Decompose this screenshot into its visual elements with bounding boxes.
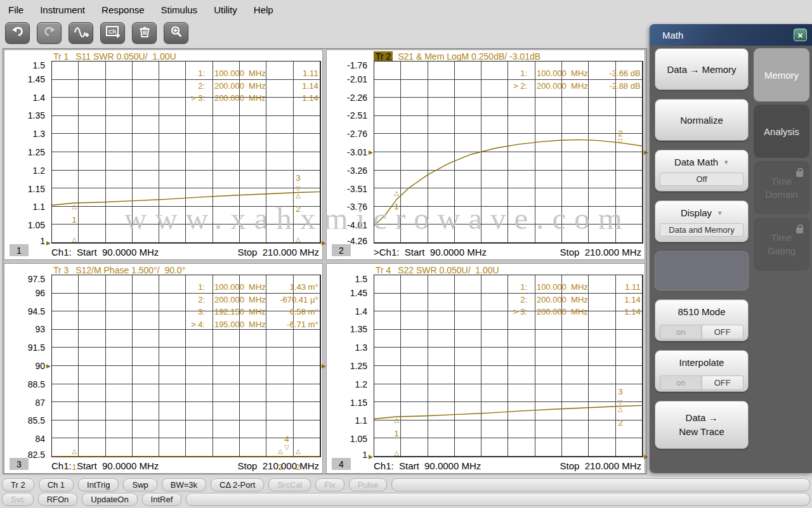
toggle-on-label: on [660, 325, 702, 339]
trace-label[interactable]: Tr 3 [51, 265, 70, 275]
y-axis-tick-label: -2.26 [347, 93, 367, 103]
marker-number-label: 3 [618, 388, 623, 397]
y-axis-labels: -1.76-2.01-2.26-2.51-2.76-3.01-3.26-3.51… [327, 61, 370, 244]
lock-icon [796, 171, 803, 177]
plot-grid[interactable]: 1:100.000 MHz1.112:200.000 MHz1.14> 3:20… [51, 61, 321, 244]
y-axis-tick-label: 1.3 [355, 342, 367, 353]
y-axis-tick-label: 1.2 [355, 379, 367, 389]
mode-8510-toggle[interactable]: on OFF [660, 325, 743, 339]
marker-triangle-icon[interactable]: △ [72, 448, 77, 455]
plot-tr2: Tr 2 S21 & Mem LogM 0.250dB/ -3.01dB-1.7… [326, 49, 645, 260]
y-axis-tick-label: 1.15 [28, 184, 45, 194]
menu-item-help[interactable]: Help [246, 4, 282, 15]
plot-tr4: Tr 4 S22 SWR 0.050U/ 1.00U1.51.451.41.35… [326, 263, 645, 474]
y-axis-tick-label: 91.5 [28, 342, 45, 353]
trace-label[interactable]: Tr 1 [51, 51, 70, 62]
channel-badge[interactable]: 1 [10, 244, 29, 256]
display-value[interactable]: Data and Memory [660, 223, 743, 237]
marker-number-label: 2 [296, 205, 301, 214]
toggle-off-label: OFF [702, 376, 743, 389]
plot-grid[interactable]: 1:100.000 MHz1.112:200.000 MHz1.14> 3:20… [374, 275, 643, 457]
delete-button[interactable] [132, 22, 157, 44]
status-pill-c-2-port[interactable]: CΔ 2-Port [211, 478, 264, 492]
marker-triangle-icon[interactable]: △ [72, 237, 77, 243]
y-axis-labels: 1.51.451.41.351.31.251.21.151.11.051 [327, 275, 370, 457]
y-axis-tick-label: 82.5 [28, 450, 45, 460]
channel-badge[interactable]: 3 [10, 458, 29, 470]
y-axis-tick-label: -1.76 [347, 60, 367, 70]
data-new-trace-button[interactable]: Data → New Trace [655, 401, 749, 449]
y-axis-tick-label: 1.25 [28, 147, 45, 157]
marker-triangle-icon[interactable]: ▽ [284, 445, 289, 451]
y-axis-tick-label: 1 [40, 236, 45, 246]
y-axis-labels: 97.59694.59391.59088.58785.58482.5 [4, 275, 48, 457]
plot-grid[interactable]: 1:100.000 MHz1.43 m°2:200.000 MHz-670.41… [51, 275, 321, 457]
y-axis-tick-label: 1.5 [355, 274, 367, 284]
display-label: Display [681, 207, 712, 218]
zoom-button[interactable] [164, 22, 188, 44]
trace-label[interactable]: Tr 4 [374, 265, 393, 275]
trace-format-text: S12/M Phase 1.500°/ 90.0° [70, 265, 185, 275]
marker-triangle-icon[interactable]: △ [394, 417, 399, 424]
marker-triangle-icon[interactable]: ▽ [296, 186, 301, 192]
redo-button [37, 22, 62, 44]
normalize-label: Normalize [680, 115, 723, 126]
tab-analysis[interactable]: Analysis [754, 105, 809, 158]
marker-triangle-icon[interactable]: △ [72, 204, 77, 210]
channel-badge[interactable]: 4 [332, 458, 351, 470]
status-pill-intref[interactable]: IntRef [142, 493, 182, 506]
marker-triangle-icon[interactable]: △ [618, 407, 623, 413]
undo-button[interactable] [5, 22, 30, 44]
mode-8510-button[interactable]: 8510 Mode on OFF [655, 299, 749, 341]
add-channel-button[interactable]: Ch [100, 22, 125, 44]
add-trace-icon [74, 25, 89, 41]
close-icon[interactable]: × [794, 29, 807, 41]
data-math-value[interactable]: Off [660, 173, 743, 186]
menu-item-stimulus[interactable]: Stimulus [153, 4, 206, 15]
marker-triangle-icon[interactable]: ▽ [618, 400, 623, 406]
y-axis-tick-label: -2.76 [347, 129, 367, 139]
menu-item-instrument[interactable]: Instrument [32, 4, 93, 15]
plot-grid[interactable]: 1:100.000 MHz-3.66 dB> 2:200.000 MHz-2.8… [374, 61, 643, 244]
status-pill-tr-2[interactable]: Tr 2 [2, 478, 34, 492]
marker-triangle-icon[interactable]: △ [296, 237, 301, 243]
marker-triangle-icon[interactable]: △ [296, 193, 301, 199]
status-pill-updateon[interactable]: UpdateOn [82, 493, 137, 506]
add-trace-button[interactable] [69, 22, 93, 44]
menu-item-file[interactable]: File [6, 4, 32, 15]
status-pill-rfon[interactable]: RFOn [38, 493, 78, 506]
tab-memory[interactable]: Memory [754, 48, 809, 101]
marker-triangle-icon[interactable]: ▽ [618, 138, 623, 145]
trace-label[interactable]: Tr 2 [374, 51, 393, 62]
menu-item-utility[interactable]: Utility [206, 4, 246, 15]
y-axis-tick-label: -2.01 [347, 74, 367, 84]
toggle-off-label: OFF [702, 325, 743, 339]
status-pill-ch-1[interactable]: Ch 1 [39, 478, 74, 492]
marker-triangle-icon[interactable]: △ [296, 448, 301, 455]
status-pill-bw-3k[interactable]: BW=3k [162, 478, 206, 492]
y-axis-tick-label: 1.35 [350, 324, 367, 334]
interpolate-button[interactable]: Interpolate on OFF [655, 350, 749, 392]
status-pill-swp[interactable]: Swp [123, 478, 157, 492]
marker-triangle-icon[interactable]: △ [394, 190, 399, 197]
menu-item-response[interactable]: Response [93, 4, 153, 15]
marker-triangle-icon[interactable]: △ [394, 450, 399, 457]
marker-number-label: 2 [618, 419, 623, 427]
trace-format-text: S21 & Mem LogM 0.250dB/ -3.01dB [393, 51, 540, 62]
status-pill-inttrig[interactable]: IntTrig [78, 478, 119, 492]
y-axis-tick-label: 1.4 [355, 306, 367, 316]
y-axis-tick-label: 1.05 [28, 220, 45, 230]
stimulus-start-text: >Ch1: Start 90.0000 MHz [374, 247, 487, 257]
y-axis-tick-label: 1.45 [28, 74, 45, 84]
marker-number-label: 2 [618, 129, 623, 138]
marker-triangle-icon[interactable]: △ [278, 448, 283, 455]
display-button[interactable]: Display▼ Data and Memory [655, 200, 749, 242]
y-axis-tick-label: 1.4 [33, 93, 45, 103]
plot-title: Tr 1 S11 SWR 0.050U/ 1.00U [51, 51, 176, 62]
interpolate-toggle[interactable]: on OFF [660, 375, 743, 390]
data-to-memory-button[interactable]: Data → Memory [655, 48, 749, 90]
data-math-button[interactable]: Data Math▼ Off [655, 150, 749, 192]
normalize-button[interactable]: Normalize [655, 99, 749, 141]
math-tab-column: MemoryAnalysisTime DomainTime Gating [754, 48, 809, 458]
channel-badge[interactable]: 2 [332, 244, 351, 256]
